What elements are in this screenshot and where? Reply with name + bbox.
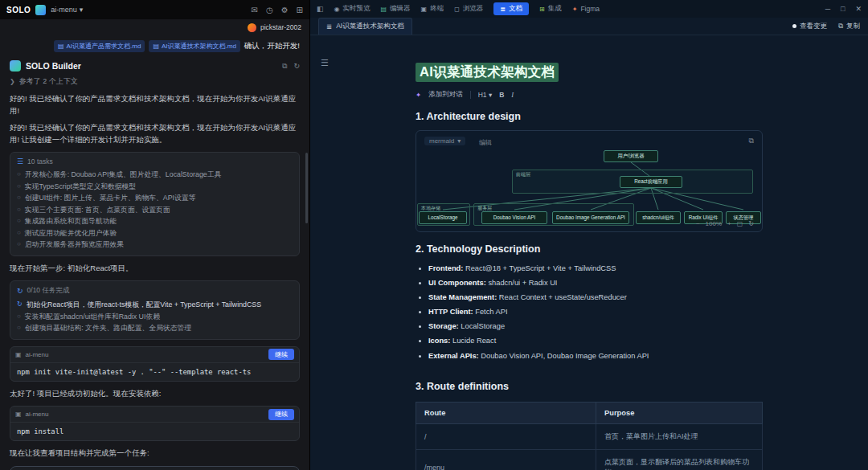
tab-integrations[interactable]: ⊞ 集成 (539, 4, 562, 14)
history-icon[interactable]: ◷ (266, 6, 273, 14)
document-tabbar: ≣ AI识菜通技术架构文档 查看变更 ⧉ 复制 (310, 18, 868, 35)
tab-figma[interactable]: ✦ Figma (572, 5, 600, 13)
task-item[interactable]: ○ 开发核心服务: Doubao API集成、图片处理、LocalStorage… (17, 169, 293, 181)
progress-header[interactable]: ↻ 0/10 任务完成 (17, 286, 293, 296)
section-heading-technology: 2. Technology Description (416, 243, 763, 255)
context-toggle-label: 参考了 2 个上下文 (19, 76, 78, 87)
tech-item: State Management: React Context + useSta… (428, 292, 763, 304)
italic-button[interactable]: I (511, 91, 514, 99)
progress-item[interactable]: ○ 创建项目基础结构: 文件夹、路由配置、全局状态管理 (17, 322, 293, 334)
attached-file-chip[interactable]: ▤ AI识菜通技术架构文档.md (149, 40, 240, 52)
progress-item-current[interactable]: ↻ 初始化React项目，使用react-ts模板，配置Vite + TypeS… (17, 299, 293, 311)
terminal-label: ai-menu (26, 411, 49, 418)
table-row: /menu 点菜页面，显示翻译后的菜品列表和购物车功能 (416, 450, 763, 470)
tab-editor[interactable]: ▤ 编辑器 (381, 4, 411, 14)
zoom-in-icon[interactable]: + (727, 220, 731, 227)
task-item[interactable]: ○ 测试应用功能并优化用户体验 (17, 227, 293, 239)
chat-sidebar: SOLO ai-menu ▾ ✉ ◷ ⚙ ⊞ pickstar-2002 ▤ (0, 0, 310, 470)
tab-browser[interactable]: ◻ 浏览器 (454, 4, 483, 14)
outline-menu-icon[interactable]: ☰ (321, 58, 329, 68)
tab-label: 终端 (430, 4, 444, 14)
copy-icon[interactable]: ⧉ (749, 137, 754, 145)
table-header-row: Route Purpose (416, 403, 763, 424)
task-circle-icon: ○ (17, 182, 21, 191)
tab-terminal[interactable]: ▣ 终端 (421, 4, 444, 14)
task-circle-icon: ○ (17, 205, 21, 215)
avatar[interactable] (248, 23, 256, 32)
message-icon[interactable]: ✉ (252, 6, 258, 14)
technology-list: Frontend: React@18 + TypeScript + Vite +… (416, 263, 763, 362)
diagram-canvas: 用户/浏览器 前端层 React前端应用 本地存储 LocalStorage 服… (417, 149, 763, 231)
docs-icon: ≣ (500, 6, 506, 13)
username: pickstar-2002 (260, 23, 301, 31)
copy-label: 复制 (846, 22, 860, 31)
task-item[interactable]: ○ 启动开发服务器并预览应用效果 (17, 239, 293, 251)
minimize-icon[interactable]: ─ (825, 5, 830, 13)
task-circle-icon: ○ (17, 216, 21, 226)
copy-icon[interactable]: ⧉ (282, 62, 287, 71)
task-circle-icon: ○ (17, 170, 21, 179)
task-item[interactable]: ○ 集成路由系统和页面导航功能 (17, 215, 293, 227)
diagram-language-select[interactable]: mermaid ▾ (424, 137, 465, 145)
tech-item: UI Components: shadcn/ui + Radix UI (428, 277, 763, 289)
continue-button[interactable]: 继续 (268, 349, 294, 360)
assistant-header-actions: ⧉ ↻ (282, 62, 300, 71)
project-menu-button[interactable]: ai-menu ▾ (51, 6, 83, 14)
zoom-out-icon[interactable]: − (696, 220, 700, 227)
task-circle-icon: ○ (17, 228, 21, 238)
zoom-level: 100% (706, 220, 722, 227)
bold-button[interactable]: B (499, 91, 504, 99)
close-icon[interactable]: ✕ (855, 5, 862, 13)
tab-live-preview[interactable]: ◉ 实时预览 (334, 4, 371, 14)
context-toggle[interactable]: ❯ 参考了 2 个上下文 (10, 76, 300, 87)
assistant-message: 好的! 我已经确认了你的产品需求文档和技术架构文档，现在开始为你开发AI识菜通应… (10, 122, 300, 145)
preview-icon: ◉ (334, 6, 340, 13)
refresh-icon[interactable]: ↻ (748, 220, 754, 227)
view-changes-button[interactable]: 查看变更 (792, 22, 827, 31)
file-chip-label: AI识菜通技术架构文档.md (162, 42, 236, 51)
gear-icon[interactable]: ⚙ (281, 6, 289, 14)
layout-icon[interactable]: ⊞ (297, 6, 303, 14)
maximize-icon[interactable]: □ (841, 5, 845, 13)
task-item[interactable]: ○ 实现TypeScript类型定义和数据模型 (17, 181, 293, 193)
app-window: SOLO ai-menu ▾ ✉ ◷ ⚙ ⊞ pickstar-2002 ▤ (0, 0, 868, 470)
document-icon: ▤ (153, 43, 159, 50)
mermaid-diagram-card: mermaid ▾ 编辑 ⧉ (416, 130, 763, 232)
chat-input-box[interactable]: @SOLO Builder ✕ @ # ▦ ⊞ Claude-4-Sonnet … (10, 466, 300, 470)
panel-toggle-icon[interactable]: ◧ (317, 5, 324, 13)
attached-file-chip[interactable]: ▤ AI识菜通产品需求文档.md (54, 40, 145, 52)
task-list-header[interactable]: ☰ 10 tasks (17, 157, 293, 166)
refresh-icon[interactable]: ↻ (293, 62, 300, 71)
progress-item[interactable]: ○ 安装和配置shadcn/ui组件库和Radix UI依赖 (17, 311, 293, 323)
task-item[interactable]: ○ 实现三个主要页面: 首页、点菜页面、设置页面 (17, 204, 293, 216)
assistant-message: 现在让我查看项目结构并完成第一个任务: (10, 448, 300, 460)
tech-item: Storage: LocalStorage (428, 321, 763, 333)
diagram-language-label: mermaid (429, 137, 454, 145)
open-document-tab[interactable]: ≣ AI识菜通技术架构文档 (318, 18, 412, 35)
browser-icon: ◻ (454, 6, 460, 13)
view-changes-label: 查看变更 (800, 22, 827, 31)
copy-button[interactable]: ⧉ 复制 (838, 22, 860, 31)
progress-count-label: 0/10 任务完成 (27, 286, 70, 296)
copy-icon: ⧉ (838, 22, 843, 31)
heading-select[interactable]: H1 ▾ (478, 91, 493, 99)
chevron-down-icon: ▾ (457, 137, 461, 145)
routes-table: Route Purpose / 首页，菜单图片上传和AI处理 /menu 点菜页… (416, 402, 763, 470)
tab-label: 文档 (509, 4, 522, 14)
fit-screen-icon[interactable]: ▢ (737, 220, 743, 227)
chat-scrollbar[interactable] (305, 153, 308, 223)
project-menu-label: ai-menu (51, 6, 77, 14)
continue-button[interactable]: 继续 (268, 409, 294, 420)
task-circle-icon: ○ (17, 323, 21, 333)
diagram-edit-button[interactable]: 编辑 (479, 138, 492, 147)
chevron-right-icon: ❯ (10, 78, 15, 85)
progress-item-label: 安装和配置shadcn/ui组件库和Radix UI依赖 (25, 312, 160, 322)
unsaved-dot-icon (792, 24, 796, 28)
terminal-card-header: ▣ ai-menu 继续 (10, 347, 299, 363)
task-circle-icon: ○ (17, 239, 21, 249)
task-item[interactable]: ○ 创建UI组件: 图片上传、菜品卡片、购物车、API设置等 (17, 192, 293, 204)
progress-item-label: 创建项目基础结构: 文件夹、路由配置、全局状态管理 (25, 323, 191, 333)
add-to-chat-button[interactable]: 添加到对话 (428, 90, 463, 100)
tab-docs[interactable]: ≣ 文档 (493, 2, 529, 15)
diagram-node-localstorage: LocalStorage (419, 211, 467, 224)
